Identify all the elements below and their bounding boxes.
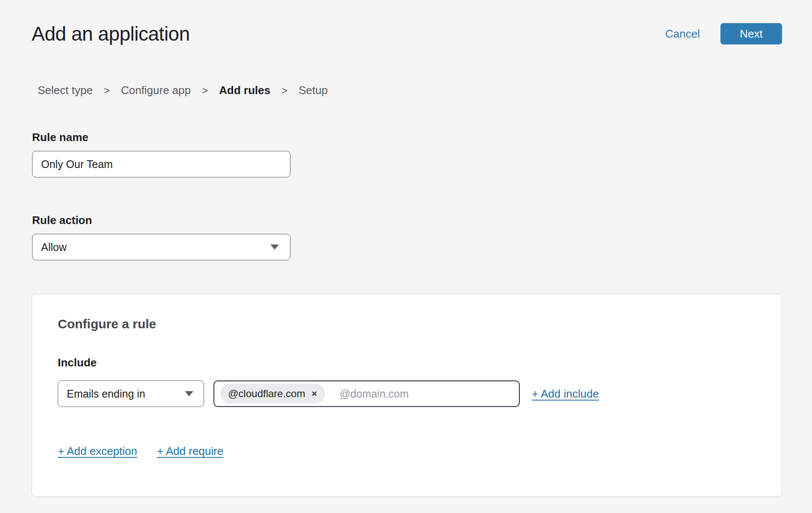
chevron-right-icon: > (202, 85, 208, 97)
email-domain-input[interactable] (340, 388, 513, 400)
rule-action-select[interactable]: Allow (32, 234, 290, 260)
chip-label: @cloudflare.com (228, 388, 305, 400)
rule-extra-links: + Add exception + Add require (58, 445, 756, 458)
card-title: Configure a rule (58, 316, 756, 332)
chevron-right-icon: > (104, 85, 110, 97)
chevron-down-icon (270, 245, 279, 250)
rule-name-label: Rule name (32, 130, 812, 144)
rule-action-label: Rule action (32, 213, 812, 227)
rule-name-input[interactable] (32, 151, 290, 177)
add-exception-link[interactable]: + Add exception (58, 445, 137, 458)
include-value-tag-input[interactable]: @cloudflare.com ✕ (213, 380, 520, 407)
email-domain-chip: @cloudflare.com ✕ (220, 384, 325, 404)
page-header: Add an application Cancel Next (32, 22, 782, 45)
next-button[interactable]: Next (720, 23, 782, 44)
breadcrumb-step-select-type[interactable]: Select type (38, 84, 93, 97)
breadcrumb-step-add-rules: Add rules (219, 84, 270, 97)
include-selector-select[interactable]: Emails ending in (58, 380, 204, 407)
rule-action-selected-value: Allow (41, 241, 67, 254)
chip-remove-icon[interactable]: ✕ (311, 390, 317, 398)
add-include-link[interactable]: + Add include (532, 387, 599, 401)
rule-form: Rule name Rule action Allow (32, 130, 812, 260)
chevron-right-icon: > (282, 85, 287, 97)
cancel-button[interactable]: Cancel (665, 27, 700, 41)
chevron-down-icon (185, 391, 193, 396)
include-rule-row: Emails ending in @cloudflare.com ✕ + Add… (58, 380, 756, 407)
include-label: Include (58, 356, 756, 369)
breadcrumb-step-setup[interactable]: Setup (299, 84, 328, 97)
breadcrumb-step-configure-app[interactable]: Configure app (121, 84, 191, 97)
breadcrumb: Select type > Configure app > Add rules … (38, 84, 812, 97)
page-title: Add an application (32, 22, 190, 45)
header-actions: Cancel Next (665, 23, 782, 44)
include-selector-value: Emails ending in (67, 388, 145, 400)
add-require-link[interactable]: + Add require (157, 445, 223, 458)
configure-rule-card: Configure a rule Include Emails ending i… (32, 294, 782, 497)
